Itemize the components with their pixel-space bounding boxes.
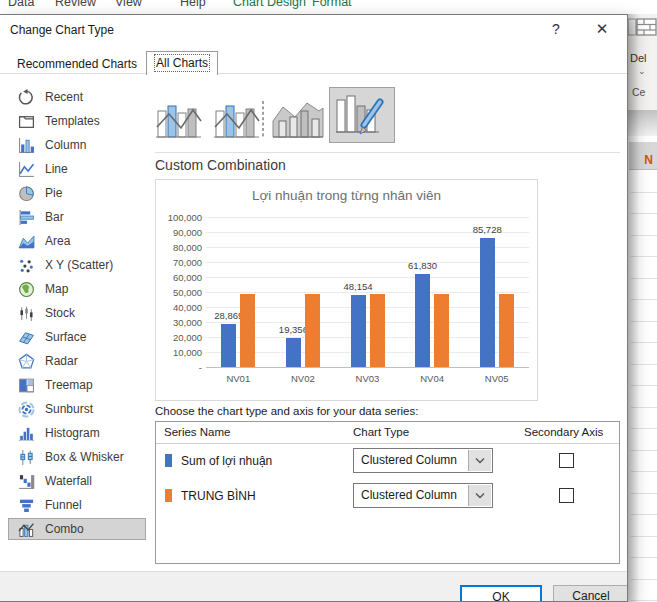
ribbon-tab-review[interactable]: Review	[55, 0, 96, 9]
secondary-axis-checkbox[interactable]	[559, 488, 574, 503]
sidebar-item-label: Bar	[45, 210, 64, 224]
chart-bar-orange[interactable]	[499, 294, 514, 367]
sidebar-item-label: Treemap	[45, 378, 93, 392]
subtype-stacked-area-clustered-column-icon[interactable]	[271, 97, 325, 143]
sidebar-item-histogram[interactable]: Histogram	[8, 421, 146, 445]
funnel-icon	[18, 497, 35, 514]
sidebar-item-x-y-scatter-[interactable]: X Y (Scatter)	[8, 253, 146, 277]
sidebar-item-area[interactable]: Area	[8, 229, 146, 253]
sidebar-item-templates[interactable]: Templates	[8, 109, 146, 133]
chart-bar-blue[interactable]	[221, 324, 236, 367]
dialog-footer: OK Cancel	[0, 572, 627, 602]
sidebar-item-label: Sunburst	[45, 402, 93, 416]
chevron-down-icon[interactable]: ⌄	[638, 66, 646, 76]
ok-button[interactable]: OK	[460, 585, 542, 602]
chart-category-label: NV01	[206, 373, 271, 384]
sunburst-icon	[18, 401, 35, 418]
sidebar-item-map[interactable]: Map	[8, 277, 146, 301]
chart-bar-blue[interactable]	[351, 295, 366, 367]
sidebar-item-pie[interactable]: Pie	[8, 181, 146, 205]
subtype-custom-combination-icon[interactable]	[329, 87, 395, 143]
map-icon	[18, 281, 35, 298]
chart-ytick-label: 10,000	[158, 347, 202, 358]
sidebar-item-label: Surface	[45, 330, 86, 344]
ribbon-tab-data[interactable]: Data	[8, 0, 34, 9]
ribbon-tab-format[interactable]: Format	[312, 0, 352, 9]
sidebar-item-treemap[interactable]: Treemap	[8, 373, 146, 397]
sidebar-item-label: Recent	[45, 90, 83, 104]
sidebar-item-label: Funnel	[45, 498, 82, 512]
chart-category-label: NV03	[335, 373, 400, 384]
ribbon-tab-bar: DataReviewViewHelpChart DesignFormat	[0, 0, 657, 15]
subtype-clustered-column-line-icon[interactable]	[155, 97, 209, 143]
chevron-down-icon[interactable]	[468, 450, 491, 471]
line-icon	[18, 161, 35, 178]
stock-icon	[18, 305, 35, 322]
ribbon-tab-help[interactable]: Help	[180, 0, 206, 9]
change-chart-type-dialog: Change Chart Type ? ✕ Recommended Charts…	[0, 14, 628, 602]
tab-panel-border	[0, 73, 627, 74]
sidebar-item-column[interactable]: Column	[8, 133, 146, 157]
chart-ytick-label: 20,000	[158, 332, 202, 343]
sidebar-item-bar[interactable]: Bar	[8, 205, 146, 229]
chart-ytick-label: 80,000	[158, 242, 202, 253]
chart-ytick-label: 60,000	[158, 272, 202, 283]
box-whisker-icon	[18, 449, 35, 466]
series-row: TRUNG BÌNHClustered Column	[156, 483, 619, 517]
chart-bar-blue[interactable]	[480, 238, 495, 367]
sidebar-item-funnel[interactable]: Funnel	[8, 493, 146, 517]
secondary-axis-checkbox[interactable]	[559, 453, 574, 468]
series-prompt: Choose the chart type and axis for your …	[155, 405, 418, 417]
sidebar-item-label: X Y (Scatter)	[45, 258, 113, 272]
tab-label: All Charts	[156, 56, 208, 70]
chart-type-dropdown[interactable]: Clustered Column	[353, 483, 493, 508]
subtype-clustered-column-line-secondary-axis-icon[interactable]	[213, 97, 267, 143]
sidebar-item-radar[interactable]: Radar	[8, 349, 146, 373]
dialog-title: Change Chart Type	[10, 23, 114, 37]
chart-title: Lợi nhuận trong từng nhân viên	[156, 188, 537, 203]
series-name: Sum of lợi nhuận	[181, 454, 272, 468]
chart-type-value: Clustered Column	[361, 488, 457, 502]
cancel-button[interactable]: Cancel	[553, 585, 628, 602]
sidebar-item-box-whisker[interactable]: Box & Whisker	[8, 445, 146, 469]
bar-icon	[18, 209, 35, 226]
sidebar-item-label: Pie	[45, 186, 62, 200]
series-row: Sum of lợi nhuậnClustered Column	[156, 448, 619, 482]
chevron-down-icon[interactable]	[468, 485, 491, 506]
sidebar-item-surface[interactable]: Surface	[8, 325, 146, 349]
sidebar-item-stock[interactable]: Stock	[8, 301, 146, 325]
sidebar-item-line[interactable]: Line	[8, 157, 146, 181]
chart-bar-blue[interactable]	[415, 274, 430, 367]
surface-icon	[18, 329, 35, 346]
series-table: Series NameChart TypeSecondary AxisSum o…	[155, 421, 620, 564]
chart-bar-orange[interactable]	[240, 294, 255, 367]
sidebar-item-combo[interactable]: Combo	[8, 518, 146, 540]
chart-bar-orange[interactable]	[305, 294, 320, 367]
chart-ytick-label: 50,000	[158, 287, 202, 298]
tab-all-charts[interactable]: All Charts	[146, 51, 218, 75]
chart-bar-orange[interactable]	[434, 294, 449, 367]
ribbon-tab-chart-design[interactable]: Chart Design	[233, 0, 306, 9]
ribbon-tab-view[interactable]: View	[115, 0, 142, 9]
scatter-icon	[18, 257, 35, 274]
pie-icon	[18, 185, 35, 202]
tab-recommended-charts[interactable]: Recommended Charts	[8, 53, 146, 74]
close-button[interactable]: ✕	[586, 16, 618, 42]
sidebar-item-recent[interactable]: Recent	[8, 85, 146, 109]
table-header-divider	[156, 443, 619, 444]
chart-bar-blue[interactable]	[286, 338, 301, 367]
sidebar-item-label: Templates	[45, 114, 100, 128]
help-button[interactable]: ?	[540, 16, 572, 42]
sidebar-item-label: Box & Whisker	[45, 450, 124, 464]
sidebar-item-label: Radar	[45, 354, 78, 368]
chart-type-value: Clustered Column	[361, 453, 457, 467]
dialog-tabstrip: Recommended ChartsAll Charts	[8, 50, 218, 74]
sidebar-item-waterfall[interactable]: Waterfall	[8, 469, 146, 493]
waterfall-icon	[18, 473, 35, 490]
chart-type-dropdown[interactable]: Clustered Column	[353, 448, 493, 473]
chart-gridline	[206, 367, 529, 368]
sidebar-item-sunburst[interactable]: Sunburst	[8, 397, 146, 421]
chart-ytick-label: 90,000	[158, 227, 202, 238]
chart-category-label: NV04	[400, 373, 465, 384]
chart-bar-orange[interactable]	[370, 294, 385, 367]
